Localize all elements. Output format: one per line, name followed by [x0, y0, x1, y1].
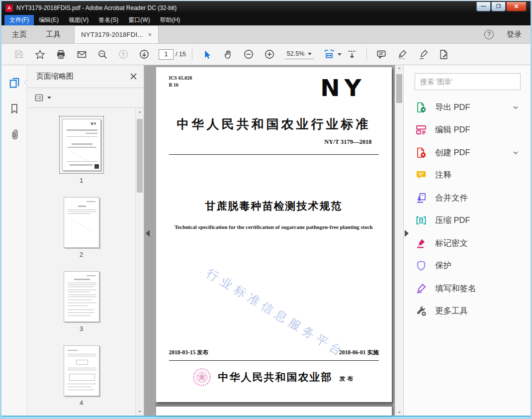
menu-edit[interactable]: 编辑(E): [34, 15, 64, 25]
page-fit-button[interactable]: [321, 46, 338, 63]
cursor-icon: [201, 49, 212, 60]
email-button[interactable]: [73, 46, 90, 63]
thumbnail-page-4[interactable]: [64, 345, 99, 396]
acrobat-app-icon: A: [5, 4, 13, 12]
menu-help[interactable]: 帮助(H): [155, 15, 185, 25]
thumbnail-page-1[interactable]: NY: [59, 116, 104, 174]
zoom-in-button[interactable]: [261, 46, 278, 63]
standard-number: NY/T 3179—2018: [324, 138, 371, 146]
tool-fill-sign[interactable]: 填写和签名: [415, 277, 521, 300]
toolbar-separator: [192, 48, 192, 61]
scroll-up-icon[interactable]: ⌃: [137, 111, 142, 116]
scroll-mode-button[interactable]: [344, 46, 360, 63]
zoom-level-select[interactable]: 52.5%: [285, 49, 314, 59]
document-view[interactable]: ICS 65.020 B 16 NY 中华人民共和国农业行业标准 NY/T 31…: [144, 65, 403, 416]
page-number-input[interactable]: [159, 49, 174, 60]
publisher-line: 中华人民共和国农业部 发布: [156, 368, 392, 387]
scroll-up-icon[interactable]: ⌃: [397, 67, 402, 72]
compress-pdf-icon: [415, 214, 428, 226]
thumbnail-number: 3: [80, 325, 83, 332]
publish-label: 发布: [340, 375, 355, 383]
menu-view[interactable]: 视图(V): [64, 15, 93, 25]
help-icon[interactable]: ?: [484, 30, 494, 39]
pdf-page-2-edge: [156, 407, 392, 416]
page-thumbnails-pane-button[interactable]: [7, 75, 22, 90]
redact-icon: [415, 237, 428, 249]
chevron-down-icon[interactable]: [338, 53, 342, 56]
page-fit-icon: [324, 49, 335, 60]
fill-sign-tool-button[interactable]: [415, 46, 432, 63]
scrollbar-thumb[interactable]: [137, 119, 143, 193]
menu-sign[interactable]: 签名(S): [93, 15, 123, 25]
tool-combine-files[interactable]: 合并文件: [415, 187, 521, 210]
fill-sign-icon: [415, 283, 428, 295]
ics-code: ICS 65.020 B 16: [169, 75, 192, 88]
thumbnail-options-button[interactable]: [27, 88, 144, 108]
tools-search-input[interactable]: [415, 73, 521, 90]
tool-protect[interactable]: 保护: [415, 255, 521, 278]
hand-tool-button[interactable]: [219, 46, 236, 63]
tab-tools[interactable]: 工具: [37, 25, 69, 43]
attachments-pane-button[interactable]: [7, 127, 22, 142]
tab-document[interactable]: NYT3179-2018FDI... ×: [74, 25, 159, 43]
scroll-down-icon[interactable]: ⌄: [397, 409, 402, 414]
thumbnail-page-2[interactable]: [64, 197, 99, 248]
thumbnail-number: 2: [80, 251, 83, 258]
maximize-button[interactable]: ❐: [491, 2, 506, 11]
thumbnail-page-3[interactable]: [64, 271, 99, 322]
more-tools-toolbar-button[interactable]: [436, 46, 452, 63]
minus-icon: [243, 49, 254, 60]
search-button[interactable]: [94, 46, 111, 63]
tools-panel: 导出 PDF 编辑 PDF 创建 PDF: [403, 65, 531, 416]
tool-create-pdf[interactable]: 创建 PDF: [415, 141, 521, 164]
thumbnail-scrollbar[interactable]: ⌃ ⌄: [135, 108, 144, 416]
chevron-down-icon[interactable]: [512, 149, 520, 157]
collapse-left-panel-handle[interactable]: [146, 230, 150, 237]
tool-more-tools[interactable]: 更多工具: [415, 300, 521, 323]
tool-export-pdf[interactable]: 导出 PDF: [415, 96, 521, 119]
zoom-out-button[interactable]: [240, 46, 257, 63]
tab-home[interactable]: 主页: [3, 25, 35, 43]
document-scrollbar[interactable]: ⌃ ⌄: [395, 65, 403, 416]
comment-tool-button[interactable]: [373, 46, 390, 63]
tool-label: 保护: [435, 260, 451, 271]
star-button[interactable]: [31, 46, 48, 63]
chevron-down-icon: [308, 53, 312, 55]
tool-redact[interactable]: 标记密文: [415, 232, 521, 255]
more-tools-icon: [415, 305, 428, 317]
tab-close-icon[interactable]: ×: [148, 31, 152, 38]
menu-file[interactable]: 文件(F): [4, 15, 34, 25]
thumbnail-list: NY 1: [27, 108, 144, 416]
comment-icon: [415, 169, 428, 181]
chevron-down-icon[interactable]: [512, 104, 520, 111]
title-bar[interactable]: A NYT3179-2018FDIS.pdf - Adobe Acrobat R…: [1, 1, 531, 15]
window-controls: — ❐ ✕: [476, 2, 527, 11]
print-button[interactable]: [52, 46, 69, 63]
highlight-tool-button[interactable]: [394, 46, 411, 63]
select-tool-button[interactable]: [198, 46, 215, 63]
minimize-button[interactable]: —: [476, 2, 491, 11]
previous-page-button[interactable]: [115, 46, 132, 63]
standard-heading: 中华人民共和国农业行业标准: [156, 116, 392, 132]
tool-edit-pdf[interactable]: 编辑 PDF: [415, 119, 521, 142]
collapse-right-panel-handle[interactable]: [405, 230, 409, 237]
plus-icon: [264, 49, 275, 60]
watermark: 行业标准信息服务平台: [203, 265, 348, 361]
close-button[interactable]: ✕: [506, 2, 527, 11]
login-button[interactable]: 登录: [507, 30, 522, 39]
save-button[interactable]: [10, 46, 27, 63]
scrollbar-thumb[interactable]: [396, 74, 402, 103]
menu-window[interactable]: 窗口(W): [123, 15, 155, 25]
tool-comment[interactable]: 注释: [415, 164, 521, 187]
menu-bar: 文件(F) 编辑(E) 视图(V) 签名(S) 窗口(W) 帮助(H): [1, 15, 531, 25]
comment-icon: [376, 49, 387, 60]
search-icon: [97, 49, 108, 60]
scroll-down-icon[interactable]: ⌄: [137, 408, 142, 413]
page-thumbnails-panel: 页面缩略图 NY: [27, 65, 144, 416]
bookmarks-pane-button[interactable]: [7, 101, 22, 116]
save-icon: [14, 49, 24, 59]
tool-compress-pdf[interactable]: 压缩 PDF: [415, 210, 521, 232]
next-page-button[interactable]: [136, 46, 153, 63]
combine-files-icon: [415, 192, 428, 204]
panel-close-icon[interactable]: [130, 73, 137, 80]
